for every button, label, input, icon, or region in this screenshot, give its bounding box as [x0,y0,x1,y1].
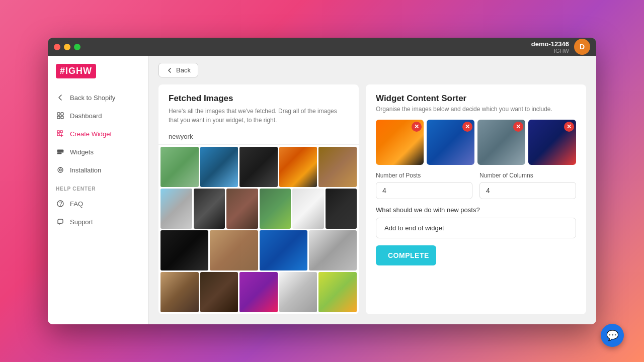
svg-rect-6 [57,134,59,136]
svg-rect-5 [60,131,62,133]
chat-bubble-button[interactable]: 💬 [601,324,624,347]
sidebar-label-installation: Installation [70,166,101,174]
user-info: demo-12346 IGHW [531,40,569,54]
columns-label: Number of Columns [479,172,576,179]
preview-image-4[interactable]: ✕ [528,120,576,165]
image-cell[interactable] [160,189,192,229]
avatar: D [574,39,590,55]
image-cell[interactable] [160,230,208,270]
panels: Fetched Images Here's all the images tha… [148,84,596,324]
image-cell[interactable] [160,272,199,312]
sidebar-item-faq[interactable]: ? FAQ [48,195,148,213]
back-button[interactable]: Back [158,63,198,77]
new-posts-option[interactable]: Add to end of widget [376,218,576,238]
sidebar: #IGHW Back to Shopify [48,56,148,324]
user-name: demo-12346 [531,40,569,48]
svg-rect-3 [61,116,63,119]
image-cell[interactable] [210,230,258,270]
image-cell[interactable] [239,147,278,187]
svg-rect-2 [57,116,60,119]
fetched-images-panel: Fetched Images Here's all the images tha… [158,84,359,314]
arrow-left-icon [56,93,65,102]
image-cell[interactable] [200,147,238,187]
fullscreen-button[interactable] [74,44,80,50]
image-cell[interactable] [239,272,278,312]
image-cell[interactable] [200,272,238,312]
preview-image-1[interactable]: ✕ [376,120,424,165]
minimize-button[interactable] [64,44,70,50]
svg-rect-9 [57,150,63,151]
back-button-label: Back [176,66,191,74]
support-icon [56,217,65,226]
image-cell[interactable] [279,272,317,312]
installation-icon [56,165,65,174]
svg-rect-1 [61,113,63,115]
sidebar-item-support[interactable]: Support [48,213,148,231]
image-cell[interactable] [326,189,357,229]
svg-point-12 [58,167,63,172]
content-area: #IGHW Back to Shopify [48,56,596,324]
fetched-images-title: Fetched Images [169,94,349,104]
widget-sorter-panel: Widget Content Sorter Organise the image… [366,84,586,314]
image-cell[interactable] [318,272,357,312]
remove-image-3-button[interactable]: ✕ [513,122,523,132]
posts-label: Number of Posts [376,172,472,179]
back-arrow-icon [166,67,173,74]
sidebar-item-installation[interactable]: Installation [48,161,148,179]
settings-row: Number of Posts Number of Columns [376,172,576,199]
svg-rect-4 [57,131,59,133]
image-cell[interactable] [160,147,199,187]
columns-input[interactable] [479,182,576,199]
sidebar-label-back-shopify: Back to Shopify [70,94,115,102]
svg-point-13 [59,169,61,171]
preview-image-3[interactable]: ✕ [477,120,525,165]
remove-image-1-button[interactable]: ✕ [412,122,422,132]
new-posts-section: What should we do with new posts? Add to… [376,206,576,238]
image-row [160,230,357,270]
logo-text: IGHW [65,66,92,76]
logo-box: #IGHW [56,64,96,78]
complete-section: COMPLETE [376,245,576,265]
user-profile: demo-12346 IGHW D [531,39,590,55]
sidebar-item-dashboard[interactable]: Dashboard [48,107,148,125]
sidebar-label-faq: FAQ [70,200,83,208]
sidebar-item-back-shopify[interactable]: Back to Shopify [48,88,148,107]
image-cell[interactable] [318,147,357,187]
remove-image-2-button[interactable]: ✕ [462,122,472,132]
complete-button[interactable]: COMPLETE [376,245,436,265]
sorter-title: Widget Content Sorter [376,94,576,104]
logo-hash: # [60,66,65,76]
image-cell[interactable] [292,189,324,229]
sidebar-item-widgets[interactable]: Widgets [48,143,148,161]
image-cell[interactable] [194,189,225,229]
sidebar-label-dashboard: Dashboard [70,112,102,120]
image-cell[interactable] [260,189,291,229]
preview-image-2[interactable]: ✕ [427,120,474,165]
image-cell[interactable] [260,230,307,270]
preview-images: ✕ ✕ ✕ ✕ [376,120,576,165]
image-cell[interactable] [279,147,317,187]
image-cell[interactable] [309,230,357,270]
fetched-images-desc: Here's all the images that we've fetched… [169,107,349,125]
help-center-label: HELP CENTER [48,179,148,195]
sidebar-label-widgets: Widgets [70,148,94,156]
sidebar-item-create-widget[interactable]: Create Widget [48,125,148,143]
dashboard-icon [56,111,65,120]
tag-value: newyork [169,133,193,140]
chat-icon: 💬 [606,329,619,341]
posts-input[interactable] [376,182,472,199]
new-posts-label: What should we do with new posts? [376,206,576,214]
main-content: Back Fetched Images Here's all the image… [148,56,596,324]
image-row [160,147,357,187]
sidebar-label-create-widget: Create Widget [70,130,112,138]
create-widget-icon [56,129,65,138]
sorter-header: Widget Content Sorter Organise the image… [376,94,576,113]
image-cell[interactable] [226,189,258,229]
fetched-images-header: Fetched Images Here's all the images tha… [158,84,359,129]
svg-text:?: ? [59,201,62,207]
svg-rect-11 [57,153,61,154]
remove-image-4-button[interactable]: ✕ [564,122,574,132]
svg-rect-0 [57,113,60,115]
question-icon: ? [56,199,65,208]
close-button[interactable] [54,44,60,50]
